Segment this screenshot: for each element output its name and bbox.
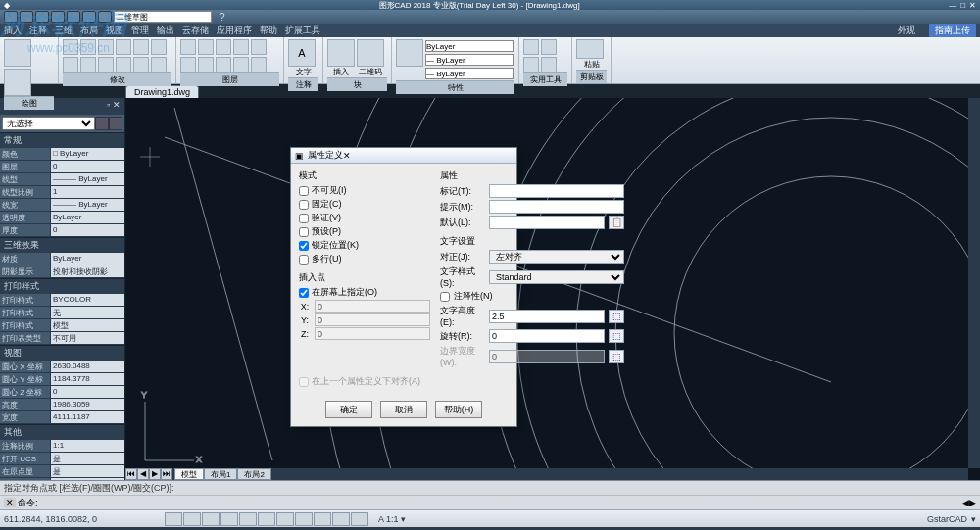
props-value[interactable]: 0 [51, 224, 124, 236]
tab-ext[interactable]: 扩展工具 [285, 24, 320, 37]
props-row[interactable]: 打印表类型不可用 [0, 332, 124, 345]
help-icon[interactable]: ? [220, 12, 225, 23]
ok-button[interactable]: 确定 [325, 401, 372, 418]
measure-icon[interactable] [523, 39, 539, 55]
props-value[interactable]: 是 [51, 465, 124, 477]
linetype-combo[interactable] [425, 68, 514, 79]
tab-output[interactable]: 输出 [157, 24, 174, 37]
tray-icon[interactable]: ▾ [971, 514, 976, 524]
props-section[interactable]: 打印样式 [0, 278, 124, 294]
save-icon[interactable] [51, 11, 65, 23]
ortho-toggle[interactable] [202, 512, 220, 526]
props-value[interactable]: 1 [51, 186, 124, 198]
qrcode-icon[interactable] [357, 39, 384, 67]
tab-layout[interactable]: 布局 [80, 24, 98, 37]
cmd-options-icon[interactable]: ◀▶ [962, 498, 976, 507]
props-pick-icon[interactable] [109, 117, 122, 130]
color-combo[interactable] [425, 40, 514, 52]
snap-toggle[interactable] [165, 512, 182, 526]
props-section[interactable]: 视图 [0, 345, 124, 361]
props-value[interactable]: 4111.1187 [51, 411, 124, 423]
mirror-icon[interactable] [133, 39, 149, 55]
layout-tab-model[interactable]: 模型 [174, 468, 204, 480]
text-select[interactable]: 左对齐 [489, 250, 624, 264]
open-icon[interactable] [35, 11, 49, 23]
offset-icon[interactable] [116, 57, 131, 72]
layer-lock-icon[interactable] [233, 39, 249, 55]
props-value[interactable]: 1184.3778 [51, 373, 124, 385]
mode-check[interactable] [299, 186, 309, 196]
attr-input[interactable] [489, 216, 605, 229]
rotate-icon[interactable] [80, 39, 96, 55]
props-row[interactable]: 在原点显是 [0, 465, 124, 478]
tab-annotate[interactable]: 注释 [29, 24, 47, 37]
props-value[interactable]: ByLayer [51, 253, 124, 265]
app-menu-icon[interactable] [4, 11, 18, 23]
props-value[interactable]: 0 [51, 161, 124, 172]
props-row[interactable]: 打印样式模型 [0, 319, 124, 332]
props-value[interactable]: 无 [51, 307, 124, 318]
appearance-label[interactable]: 外观 [898, 24, 915, 37]
layer-freeze-icon[interactable] [216, 39, 231, 55]
otrack-toggle[interactable] [258, 512, 275, 526]
props-row[interactable]: 透明度ByLayer [0, 212, 124, 224]
props-value[interactable]: BYCOLOR [51, 294, 124, 306]
layer-state-icon[interactable] [233, 57, 249, 72]
props-value[interactable]: 不可用 [51, 332, 124, 344]
props-row[interactable]: 圆心 X 坐标2630.0488 [0, 361, 124, 373]
props-value[interactable]: 1:1 [51, 440, 124, 452]
doc-tab[interactable]: Drawing1.dwg [125, 85, 199, 98]
props-value[interactable]: 是 [51, 478, 124, 480]
layer-match-icon[interactable] [198, 57, 214, 72]
scale-icon[interactable] [80, 57, 96, 72]
layout-tab-2[interactable]: 布局2 [237, 468, 270, 480]
props-row[interactable]: 线宽——— ByLayer [0, 199, 124, 212]
layer-off-icon[interactable] [198, 39, 214, 55]
onscreen-check[interactable] [299, 288, 309, 298]
layer-prop-icon[interactable] [180, 57, 196, 72]
line-icon[interactable] [4, 39, 31, 67]
mode-check[interactable] [299, 241, 309, 251]
mode-check[interactable] [299, 227, 309, 237]
props-row[interactable]: 圆心 Y 坐标1184.3778 [0, 373, 124, 386]
layer-iso-icon[interactable] [251, 39, 267, 55]
match-prop-icon[interactable] [396, 39, 423, 67]
props-value[interactable]: 模型 [51, 319, 124, 331]
polyline-icon[interactable] [4, 69, 31, 96]
tab-help[interactable]: 帮助 [260, 24, 277, 37]
upload-guide-button[interactable]: 指南上传 [929, 24, 976, 38]
layer-icon[interactable] [180, 39, 196, 55]
tab-cloud[interactable]: 云存储 [182, 24, 209, 37]
tab-apps[interactable]: 应用程序 [217, 24, 252, 37]
props-row[interactable]: 每个视口是 [0, 478, 124, 480]
text-input[interactable] [489, 310, 605, 323]
props-row[interactable]: 颜色□ ByLayer [0, 148, 124, 161]
lwt-toggle[interactable] [314, 512, 331, 526]
props-row[interactable]: 宽度4111.1187 [0, 411, 124, 424]
tab-manage[interactable]: 管理 [131, 24, 149, 37]
dyn-toggle[interactable] [295, 512, 313, 526]
close-btn[interactable]: ✕ [969, 1, 976, 10]
quick-icon[interactable] [541, 57, 557, 72]
copy-icon[interactable] [63, 57, 78, 72]
grid-toggle[interactable] [183, 512, 201, 526]
props-value[interactable]: ——— ByLayer [51, 173, 124, 185]
dialog-close-button[interactable]: ✕ [343, 151, 351, 161]
layer-walk-icon[interactable] [251, 57, 267, 72]
props-value[interactable]: 2630.0488 [51, 361, 124, 372]
array-icon[interactable] [98, 57, 114, 72]
redo-icon[interactable] [82, 11, 96, 23]
props-row[interactable]: 厚度0 [0, 224, 124, 237]
props-section[interactable]: 常规 [0, 132, 124, 148]
anno-toggle[interactable] [351, 512, 368, 526]
layout-tab-1[interactable]: 布局1 [204, 468, 237, 480]
props-value[interactable]: 投射和接收阴影 [51, 265, 124, 277]
polar-toggle[interactable] [220, 512, 238, 526]
help-button[interactable]: 帮助(H) [435, 401, 482, 418]
min-btn[interactable]: — [949, 1, 956, 10]
mode-check[interactable] [299, 255, 309, 265]
fillet-icon[interactable] [151, 39, 167, 55]
cancel-button[interactable]: 取消 [380, 401, 427, 418]
props-close-icon[interactable]: ▫ ✕ [107, 100, 121, 113]
insert-block-icon[interactable] [327, 39, 355, 67]
